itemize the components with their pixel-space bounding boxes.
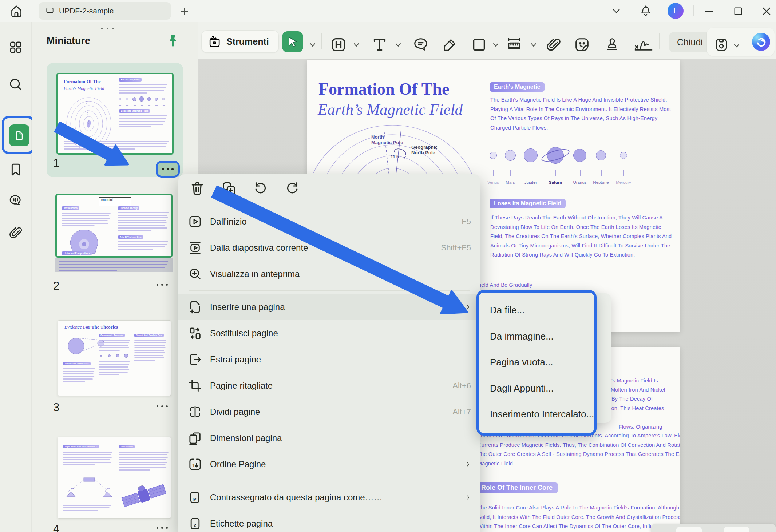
menu-item-inserire-una-pagina[interactable]: Inserire una pagina bbox=[178, 294, 480, 320]
page-thumbnail-3[interactable]: Evidence For The TheoriesInfluence Of Ti… bbox=[58, 320, 171, 396]
mini-planet bbox=[116, 354, 119, 357]
bookmarks-icon[interactable] bbox=[8, 162, 23, 178]
floating-bar-button[interactable] bbox=[724, 527, 749, 532]
save-chevron[interactable] bbox=[733, 43, 740, 48]
rotate-right-icon[interactable] bbox=[284, 180, 300, 196]
menu-item-visualizza-in-anteprima[interactable]: Visualizza in anteprima bbox=[178, 261, 480, 287]
home-button[interactable] bbox=[9, 4, 24, 19]
mini-ground-stations-diagram bbox=[64, 477, 115, 503]
page-order-icon: 1 bbox=[188, 457, 202, 472]
text-tool-chevron[interactable] bbox=[395, 43, 401, 48]
page-1-more-button[interactable] bbox=[156, 161, 180, 178]
diagram-label-north-magnetic-pole: NorthMagnetic Pole bbox=[371, 134, 403, 145]
diagram-label-geographic-north-pole: GeographicNorth Pole bbox=[411, 144, 438, 155]
zoom-preview-icon bbox=[188, 267, 202, 281]
text-tool-icon[interactable] bbox=[371, 36, 388, 53]
floating-bar-right[interactable] bbox=[651, 524, 776, 532]
pen-tool-icon[interactable] bbox=[442, 36, 458, 53]
sticker-tool-icon[interactable] bbox=[574, 36, 590, 53]
mini-badge: Solar Wind bbox=[64, 135, 80, 138]
insert-page-icon bbox=[188, 300, 202, 314]
menu-item-dimensioni-pagina[interactable]: Dimensioni pagina bbox=[178, 425, 480, 451]
account-avatar[interactable]: L bbox=[668, 3, 684, 19]
submenu-item-da-immagine[interactable]: Da immagine... bbox=[479, 323, 594, 350]
mini-planet bbox=[108, 354, 111, 357]
collapse-toolbar-chevron[interactable] bbox=[611, 7, 621, 15]
submenu-item-pagina-vuota[interactable]: Pagina vuota... bbox=[479, 349, 594, 376]
attachment-tool-icon[interactable] bbox=[545, 36, 562, 53]
submenu-item-dagli-appunti[interactable]: Dagli Appunti... bbox=[479, 376, 594, 402]
measure-tool-icon[interactable] bbox=[506, 36, 523, 53]
save-icon[interactable] bbox=[713, 37, 729, 53]
doc-partial-line: c Field And Be Gradually bbox=[472, 281, 532, 290]
submenu-item-inserimento-intercalato[interactable]: Inserimento Intercalato... bbox=[479, 401, 594, 428]
page-thumbnail-2[interactable]: AntoniniIntroductionDynamo TheoryRole Of… bbox=[55, 194, 173, 258]
select-tool-chevron[interactable] bbox=[309, 43, 316, 48]
tools-menu-button[interactable]: Strumenti bbox=[201, 30, 279, 53]
mini-badge: Influence Of Tidal Forces bbox=[63, 362, 91, 365]
close-window-button[interactable] bbox=[760, 5, 773, 17]
doc-title-line2: Earth’s Magnetic Field bbox=[318, 100, 463, 118]
delete-icon[interactable] bbox=[189, 180, 205, 196]
shape-tool-chevron[interactable] bbox=[492, 43, 499, 48]
menu-item-dividi-pagine[interactable]: Dividi pagine Alt+7 bbox=[178, 399, 480, 425]
page-3-more-dots[interactable] bbox=[157, 405, 168, 407]
floating-bar-button[interactable] bbox=[676, 527, 702, 532]
heading-tool-chevron[interactable] bbox=[353, 43, 360, 48]
signature-tool-icon[interactable] bbox=[633, 36, 654, 53]
notifications-bell-icon[interactable] bbox=[640, 5, 652, 17]
close-editor-button[interactable]: Chiudi bbox=[669, 32, 711, 52]
document-tab-icon bbox=[45, 6, 55, 16]
menu-item-dall-inizio[interactable]: Dall'inizio F5 bbox=[178, 209, 480, 235]
comment-tool-icon[interactable] bbox=[412, 36, 429, 53]
mini-planet bbox=[119, 98, 121, 100]
menu-item-pagine-ritagliate[interactable]: Pagine ritagliate Alt+6 bbox=[178, 373, 480, 399]
mini-badge: Loses Its Magnetic Field bbox=[119, 109, 150, 113]
page-thumbnail-4[interactable]: Implications And Future ResearchConclusi… bbox=[58, 437, 171, 519]
shape-tool-icon[interactable] bbox=[471, 36, 487, 53]
comments-icon[interactable] bbox=[8, 193, 23, 209]
mini-badge: Role Of The Inner Core bbox=[118, 235, 143, 239]
menu-item-sostituisci-pagine[interactable]: Sostituisci pagine bbox=[178, 320, 480, 346]
document-tab[interactable]: UPDF-2-sample bbox=[39, 2, 171, 20]
panel-title: Miniature bbox=[47, 35, 90, 47]
page-2-more-dots[interactable] bbox=[157, 284, 168, 286]
panel-drag-handle[interactable] bbox=[101, 28, 114, 29]
chevron-right-icon bbox=[465, 303, 471, 311]
thumbnails-panel-toggle[interactable] bbox=[2, 116, 35, 154]
mini-satellite-illustration bbox=[120, 477, 168, 513]
play-slide-icon bbox=[188, 241, 202, 255]
crop-pages-icon bbox=[188, 378, 202, 393]
mini-stamp: Antonini bbox=[99, 197, 131, 206]
attachments-icon[interactable] bbox=[8, 225, 23, 241]
menu-item-ordine-pagine[interactable]: 1 Ordine Pagine bbox=[178, 451, 480, 477]
updf-window: UPDF-2-sample L Strumenti Chi bbox=[0, 0, 776, 532]
stamp-tool-icon[interactable] bbox=[604, 36, 621, 53]
rotate-left-icon[interactable] bbox=[253, 180, 269, 196]
apps-grid-icon[interactable] bbox=[8, 40, 23, 55]
planet-tick bbox=[510, 170, 511, 176]
measure-tool-chevron[interactable] bbox=[530, 43, 537, 48]
mini-planet bbox=[162, 98, 165, 100]
new-tab-button[interactable] bbox=[179, 6, 190, 17]
pin-panel-icon[interactable] bbox=[166, 33, 180, 49]
duplicate-icon[interactable] bbox=[221, 180, 237, 196]
menu-item-estrai-pagine[interactable]: Estrai pagine bbox=[178, 346, 480, 373]
ai-assistant-button[interactable] bbox=[752, 33, 770, 51]
submenu-item-da-file[interactable]: Da file... bbox=[479, 297, 594, 323]
page-4-more-dots[interactable] bbox=[157, 527, 168, 529]
planet-tick bbox=[601, 170, 602, 176]
select-tool-button[interactable] bbox=[282, 31, 303, 52]
heading-tool-icon[interactable] bbox=[330, 36, 347, 53]
planet-tick bbox=[493, 170, 494, 176]
extract-pages-icon bbox=[188, 352, 202, 367]
planet-tick bbox=[555, 170, 556, 176]
sidebar bbox=[0, 22, 32, 532]
menu-item-etichette-pagina[interactable]: 2 Etichette pagina bbox=[178, 511, 480, 532]
menu-item-contrassegnato-da-questa-pagina-come[interactable]: IV Contrassegnato da questa pagina come…… bbox=[178, 484, 480, 511]
menu-item-dalla-diapositiva-corrente[interactable]: Dalla diapositiva corrente Shift+F5 bbox=[178, 235, 480, 261]
minimize-button[interactable] bbox=[703, 5, 715, 17]
maximize-button[interactable] bbox=[732, 5, 744, 17]
search-icon[interactable] bbox=[8, 77, 23, 92]
page-thumbnail-1[interactable]: Formation Of TheEarth's Magnetic FieldEa… bbox=[56, 73, 174, 155]
